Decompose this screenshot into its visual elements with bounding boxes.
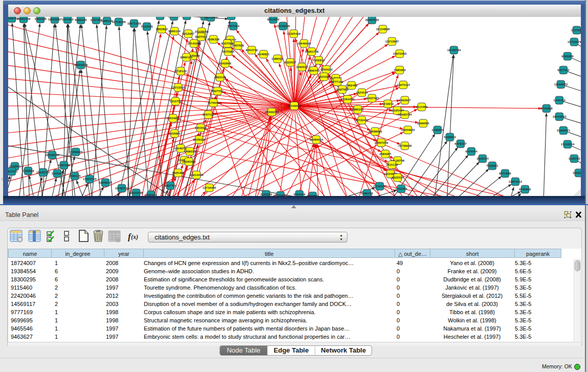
svg-text:6497568: 6497568 xyxy=(336,88,349,91)
svg-text:12942737: 12942737 xyxy=(36,171,50,174)
svg-text:8813054: 8813054 xyxy=(267,18,279,21)
svg-text:16648784: 16648784 xyxy=(447,49,461,52)
svg-text:10958127: 10958127 xyxy=(99,181,113,184)
svg-text:12213967: 12213967 xyxy=(385,40,399,43)
svg-text:15692971: 15692971 xyxy=(557,129,571,132)
svg-text:1244413: 1244413 xyxy=(553,99,565,102)
svg-text:9890123: 9890123 xyxy=(180,56,192,59)
svg-text:15218506: 15218506 xyxy=(276,25,290,28)
svg-text:20206536: 20206536 xyxy=(46,154,59,157)
svg-text:13716485: 13716485 xyxy=(203,186,216,189)
svg-text:13975115: 13975115 xyxy=(397,83,410,86)
svg-text:1624534: 1624534 xyxy=(356,91,368,94)
svg-text:8186328: 8186328 xyxy=(207,38,220,41)
svg-text:0699695: 0699695 xyxy=(417,122,429,125)
svg-text:9777169: 9777169 xyxy=(331,80,343,83)
svg-text:8878322: 8878322 xyxy=(193,138,205,141)
svg-text:6210011: 6210011 xyxy=(382,102,394,105)
svg-text:7857224: 7857224 xyxy=(227,25,239,28)
svg-text:7462460: 7462460 xyxy=(345,84,358,87)
svg-text:2522534: 2522534 xyxy=(391,176,404,179)
svg-text:7663822: 7663822 xyxy=(156,28,168,31)
svg-text:8427552: 8427552 xyxy=(211,90,224,93)
svg-text:10973403: 10973403 xyxy=(393,52,407,55)
svg-text:2203340: 2203340 xyxy=(573,171,581,174)
svg-text:8242848: 8242848 xyxy=(219,62,231,65)
svg-text:5938923: 5938923 xyxy=(444,136,456,139)
svg-text:4498222: 4498222 xyxy=(184,150,196,153)
svg-text:12923448: 12923448 xyxy=(129,191,143,194)
svg-text:15751074: 15751074 xyxy=(568,40,581,43)
svg-text:17957223: 17957223 xyxy=(83,178,97,181)
svg-text:5566778: 5566778 xyxy=(361,192,373,195)
svg-text:20091406: 20091406 xyxy=(17,17,31,20)
svg-text:6794024: 6794024 xyxy=(320,68,333,71)
svg-text:9474444: 9474444 xyxy=(465,150,477,153)
svg-text:8454749: 8454749 xyxy=(246,49,258,52)
svg-text:10854112: 10854112 xyxy=(509,180,522,183)
svg-text:1562615: 1562615 xyxy=(296,65,308,69)
svg-text:(x): (x) xyxy=(131,233,138,240)
svg-text:9105912: 9105912 xyxy=(154,17,166,17)
svg-text:7616100: 7616100 xyxy=(181,17,193,17)
svg-text:8912957: 8912957 xyxy=(182,32,194,35)
svg-text:2684067: 2684067 xyxy=(379,152,391,156)
svg-text:10671355: 10671355 xyxy=(127,22,141,25)
svg-text:7485063: 7485063 xyxy=(394,69,406,72)
svg-text:8715958: 8715958 xyxy=(540,107,553,110)
svg-text:9245652: 9245652 xyxy=(519,188,531,191)
svg-text:9827503: 9827503 xyxy=(195,35,207,38)
svg-text:9397588: 9397588 xyxy=(58,164,70,167)
svg-text:6479197: 6479197 xyxy=(454,142,467,145)
svg-text:10654933: 10654933 xyxy=(166,117,180,120)
svg-text:19384554: 19384554 xyxy=(310,138,323,141)
svg-text:1156829: 1156829 xyxy=(22,169,34,172)
svg-text:11325419: 11325419 xyxy=(287,32,301,35)
svg-text:11136141: 11136141 xyxy=(373,185,387,188)
svg-text:1621022: 1621022 xyxy=(318,75,330,78)
svg-text:7625402: 7625402 xyxy=(172,171,184,174)
svg-text:1588520: 1588520 xyxy=(271,57,284,60)
svg-text:1353594: 1353594 xyxy=(194,126,207,129)
svg-text:10154838: 10154838 xyxy=(376,28,390,31)
svg-text:16961758: 16961758 xyxy=(305,50,319,53)
svg-text:10914479: 10914479 xyxy=(190,173,204,177)
svg-text:1170042: 1170042 xyxy=(207,101,220,104)
svg-text:19654923: 19654923 xyxy=(401,128,415,132)
svg-text:45720407: 45720407 xyxy=(355,119,369,122)
svg-text:2718120: 2718120 xyxy=(175,70,187,73)
svg-text:17010504: 17010504 xyxy=(561,143,575,146)
svg-text:2803144: 2803144 xyxy=(214,76,226,79)
svg-text:1117421: 1117421 xyxy=(571,29,581,32)
svg-text:2048121: 2048121 xyxy=(225,17,237,17)
svg-text:2505135: 2505135 xyxy=(69,174,81,178)
svg-text:9463627: 9463627 xyxy=(399,99,411,102)
svg-text:9857791: 9857791 xyxy=(164,184,177,187)
svg-text:6466100: 6466100 xyxy=(75,18,87,21)
svg-text:8660124: 8660124 xyxy=(168,30,181,33)
svg-text:12093872: 12093872 xyxy=(554,83,568,86)
svg-text:1733426: 1733426 xyxy=(395,187,407,190)
svg-text:9115460: 9115460 xyxy=(416,105,428,108)
svg-text:8471626: 8471626 xyxy=(499,172,511,175)
svg-text:7632621: 7632621 xyxy=(486,164,498,167)
svg-text:8322037: 8322037 xyxy=(284,61,296,64)
svg-text:21364436: 21364436 xyxy=(341,98,355,101)
svg-text:20487642: 20487642 xyxy=(365,18,379,21)
svg-text:7955812: 7955812 xyxy=(313,59,325,62)
svg-text:1145193: 1145193 xyxy=(51,172,63,175)
svg-text:10553287: 10553287 xyxy=(48,18,62,21)
svg-text:1640954: 1640954 xyxy=(431,128,444,132)
svg-text:18807249: 18807249 xyxy=(375,141,388,144)
svg-text:10719128: 10719128 xyxy=(112,20,126,24)
svg-text:1055328: 1055328 xyxy=(34,17,47,20)
svg-text:16093466: 16093466 xyxy=(182,160,196,163)
svg-text:2367608: 2367608 xyxy=(232,44,244,47)
svg-text:9227342: 9227342 xyxy=(557,69,570,72)
svg-text:10543382: 10543382 xyxy=(187,42,201,45)
svg-text:7515526: 7515526 xyxy=(141,25,153,28)
svg-text:5675685: 5675685 xyxy=(222,50,234,53)
svg-text:3267110: 3267110 xyxy=(202,113,214,116)
svg-text:17240007: 17240007 xyxy=(288,104,301,107)
svg-text:16782759: 16782759 xyxy=(115,187,129,190)
